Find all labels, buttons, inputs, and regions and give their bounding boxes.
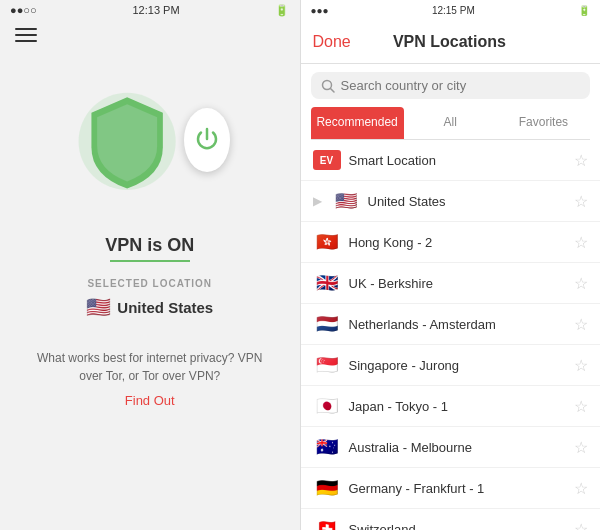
star-icon[interactable]: ☆: [574, 520, 588, 531]
list-item[interactable]: 🇭🇰 Hong Kong - 2 ☆: [301, 222, 601, 263]
star-icon[interactable]: ☆: [574, 397, 588, 416]
star-icon[interactable]: ☆: [574, 315, 588, 334]
find-out-link[interactable]: Find Out: [125, 393, 175, 408]
search-input[interactable]: [341, 78, 581, 93]
shield-container: [70, 60, 230, 220]
tab-favorites[interactable]: Favorites: [497, 107, 590, 139]
list-item[interactable]: 🇸🇬 Singapore - Jurong ☆: [301, 345, 601, 386]
location-name: United States: [368, 194, 567, 209]
selected-location-value: 🇺🇸 United States: [86, 295, 213, 319]
right-nav-bar: Done VPN Locations: [301, 20, 601, 64]
location-name: Singapore - Jurong: [349, 358, 567, 373]
left-signal: ●●○○: [10, 4, 37, 16]
location-flag: 🇸🇬: [313, 355, 341, 375]
list-item[interactable]: 🇦🇺 Australia - Melbourne ☆: [301, 427, 601, 468]
power-button[interactable]: [184, 108, 230, 172]
location-name: Australia - Melbourne: [349, 440, 567, 455]
star-icon[interactable]: ☆: [574, 233, 588, 252]
left-status-bar: ●●○○ 12:13 PM 🔋: [0, 0, 300, 20]
location-name: Netherlands - Amsterdam: [349, 317, 567, 332]
chevron-icon: ▶: [313, 194, 322, 208]
search-bar: [311, 72, 591, 99]
selected-location-label: SELECTED LOCATION: [87, 278, 212, 289]
location-flag: 🇨🇭: [313, 519, 341, 530]
location-flag: 🇳🇱: [313, 314, 341, 334]
location-name: Switzerland: [349, 522, 567, 531]
location-name: Hong Kong - 2: [349, 235, 567, 250]
star-icon[interactable]: ☆: [574, 151, 588, 170]
list-item[interactable]: 🇬🇧 UK - Berkshire ☆: [301, 263, 601, 304]
left-battery: 🔋: [275, 4, 289, 17]
star-icon[interactable]: ☆: [574, 192, 588, 211]
star-icon[interactable]: ☆: [574, 274, 588, 293]
right-signal: ●●●: [311, 5, 329, 16]
location-name: Japan - Tokyo - 1: [349, 399, 567, 414]
vpn-status-text: VPN is ON: [105, 235, 194, 256]
svg-line-2: [330, 88, 334, 92]
left-panel: ●●○○ 12:13 PM 🔋 VPN is ON SELECTED L: [0, 0, 300, 530]
search-icon: [321, 79, 335, 93]
tab-all[interactable]: All: [404, 107, 497, 139]
hamburger-menu[interactable]: [15, 28, 37, 42]
list-item[interactable]: EV Smart Location ☆: [301, 140, 601, 181]
list-item[interactable]: 🇳🇱 Netherlands - Amsterdam ☆: [301, 304, 601, 345]
right-battery: 🔋: [578, 5, 590, 16]
selected-flag: 🇺🇸: [86, 295, 111, 319]
smart-location-icon: EV: [313, 150, 341, 170]
location-name: Smart Location: [349, 153, 567, 168]
right-status-bar: ●●● 12:15 PM 🔋: [301, 0, 601, 20]
location-name: UK - Berkshire: [349, 276, 567, 291]
location-flag: 🇩🇪: [313, 478, 341, 498]
power-icon: [192, 125, 222, 155]
list-item[interactable]: 🇯🇵 Japan - Tokyo - 1 ☆: [301, 386, 601, 427]
star-icon[interactable]: ☆: [574, 438, 588, 457]
list-item[interactable]: 🇩🇪 Germany - Frankfurt - 1 ☆: [301, 468, 601, 509]
left-nav: [0, 20, 300, 50]
tabs-bar: Recommended All Favorites: [311, 107, 591, 140]
location-flag: 🇭🇰: [313, 232, 341, 252]
shield-background: [70, 60, 184, 220]
vpn-status-underline: [110, 260, 190, 262]
location-flag: 🇬🇧: [313, 273, 341, 293]
location-name: Germany - Frankfurt - 1: [349, 481, 567, 496]
list-item[interactable]: ▶ 🇺🇸 United States ☆: [301, 181, 601, 222]
left-time: 12:13 PM: [132, 4, 179, 16]
location-flag: 🇦🇺: [313, 437, 341, 457]
tab-recommended[interactable]: Recommended: [311, 107, 404, 139]
list-item[interactable]: 🇨🇭 Switzerland ☆: [301, 509, 601, 530]
star-icon[interactable]: ☆: [574, 356, 588, 375]
privacy-text: What works best for internet privacy? VP…: [0, 349, 300, 385]
nav-title: VPN Locations: [393, 33, 506, 51]
selected-location-name: United States: [117, 299, 213, 316]
right-panel: ●●● 12:15 PM 🔋 Done VPN Locations Recomm…: [301, 0, 601, 530]
location-flag: 🇺🇸: [332, 191, 360, 211]
done-button[interactable]: Done: [313, 33, 351, 51]
location-flag: 🇯🇵: [313, 396, 341, 416]
star-icon[interactable]: ☆: [574, 479, 588, 498]
locations-list: EV Smart Location ☆ ▶ 🇺🇸 United States ☆…: [301, 140, 601, 530]
right-time: 12:15 PM: [432, 5, 475, 16]
